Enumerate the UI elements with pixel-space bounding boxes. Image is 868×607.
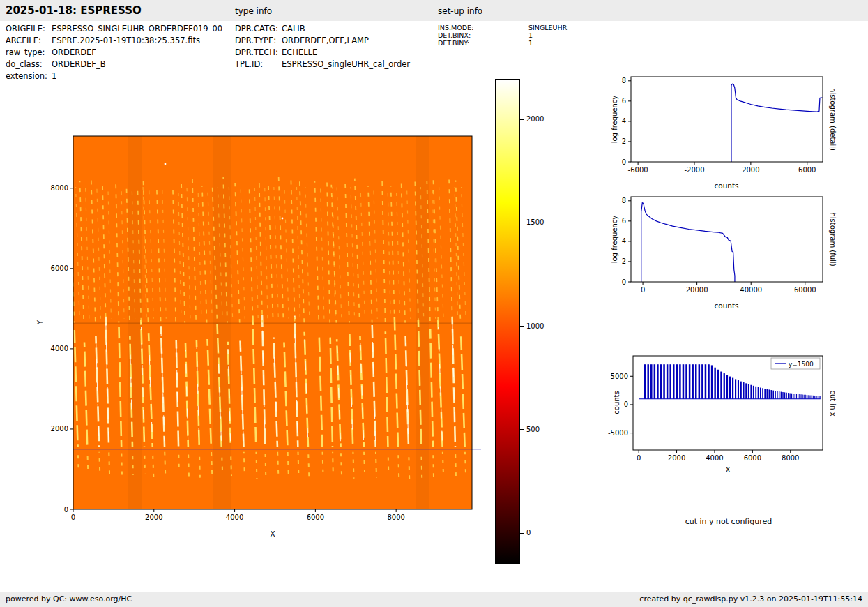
svg-text:4000: 4000	[51, 345, 68, 352]
svg-text:-5000: -5000	[608, 429, 628, 437]
svg-text:2000: 2000	[145, 514, 162, 521]
svg-text:60000: 60000	[794, 286, 816, 294]
type-info-value: ESPRESSO_singleUHR_cal_order	[282, 59, 410, 69]
svg-text:6000: 6000	[51, 264, 68, 272]
svg-text:2: 2	[622, 137, 626, 145]
svg-text:8: 8	[622, 197, 626, 204]
histogram-curve	[731, 84, 823, 162]
colorbar-tick-mark	[520, 119, 524, 120]
setup-info-heading: set-up info	[438, 6, 482, 16]
svg-text:8: 8	[622, 77, 626, 84]
svg-text:6: 6	[622, 217, 626, 225]
main-xaxis-label: X	[270, 530, 275, 538]
type-info-value: ORDERDEF,OFF,LAMP	[282, 36, 369, 45]
svg-text:0: 0	[637, 454, 641, 462]
setup-info-value: 1	[528, 31, 533, 39]
type-info-heading: type info	[235, 6, 272, 16]
svg-text:y=1500: y=1500	[789, 361, 814, 368]
setup-info-value: 1	[528, 39, 533, 47]
svg-text:6000: 6000	[798, 166, 816, 174]
svg-text:0: 0	[622, 278, 626, 286]
hist-full-right-label: histogram (full)	[829, 212, 837, 266]
cut-in-x-plot: y=150002000400060008000-500005000	[602, 345, 860, 485]
page-title: 2025-01-18: ESPRESSO	[6, 4, 142, 17]
colorbar-tick-label: 500	[526, 426, 540, 433]
hist-full-ylabel: log frequency	[611, 216, 618, 264]
cut-in-y-note: cut in y not configured	[685, 517, 772, 526]
footer-left: powered by QC: www.eso.org/HC	[6, 594, 132, 604]
main-yaxis-label: Y	[36, 320, 44, 324]
legend: y=1500	[771, 358, 820, 369]
svg-text:8000: 8000	[387, 514, 404, 521]
svg-text:2000: 2000	[668, 454, 685, 462]
svg-text:40000: 40000	[740, 286, 762, 294]
colorbar-tick-label: 1500	[526, 218, 544, 226]
setup-info-label: INS.MODE:	[438, 24, 473, 31]
svg-text:0: 0	[624, 400, 628, 408]
svg-text:6000: 6000	[744, 454, 761, 462]
file-info-label: ARCFILE:	[6, 36, 41, 45]
svg-text:2000: 2000	[51, 425, 68, 433]
raw-image-plot: 0200040006000800002000400060008000	[33, 126, 494, 555]
cut-x-right-label: cut in x	[829, 390, 837, 416]
svg-text:20000: 20000	[686, 286, 708, 294]
colorbar-tick-label: 2000	[526, 115, 544, 123]
svg-text:-6000: -6000	[628, 166, 648, 174]
colorbar-tick-label: 0	[526, 529, 531, 537]
type-info-label: DPR.TECH:	[235, 47, 278, 57]
svg-text:0: 0	[64, 506, 68, 514]
histogram-curve	[641, 203, 735, 282]
svg-text:4000: 4000	[226, 514, 243, 521]
svg-text:4: 4	[622, 237, 626, 245]
file-info-value: ESPRE.2025-01-19T10:38:25.357.fits	[52, 36, 200, 45]
histogram-full-plot: 020000400006000002468	[600, 186, 858, 315]
svg-text:2: 2	[622, 257, 626, 265]
type-info-value: ECHELLE	[282, 47, 317, 57]
footer-bar: powered by QC: www.eso.org/HC created by…	[0, 592, 868, 607]
type-info-label: DPR.TYPE:	[235, 36, 276, 45]
svg-text:4: 4	[622, 117, 626, 125]
file-info-value: ORDERDEF	[52, 47, 96, 57]
svg-text:0: 0	[641, 286, 645, 294]
svg-text:0: 0	[622, 158, 626, 166]
colorbar	[495, 79, 520, 564]
file-info-label: raw_type:	[6, 47, 45, 57]
svg-text:6000: 6000	[307, 514, 324, 521]
hist-detail-right-label: histogram (detail)	[829, 88, 837, 151]
svg-text:-2000: -2000	[684, 166, 704, 174]
type-info-label: DPR.CATG:	[235, 24, 278, 33]
cut-x-xlabel: X	[725, 465, 730, 474]
setup-info-label: DET.BINX:	[438, 31, 471, 39]
svg-text:6: 6	[622, 97, 626, 105]
svg-text:8000: 8000	[782, 454, 799, 462]
colorbar-tick-label: 1000	[526, 322, 544, 330]
file-info-label: do_class:	[6, 59, 43, 69]
file-info-value: ESPRESSO_SINGLEUHR_ORDERDEF019_00	[52, 24, 222, 33]
footer-right: created by qc_rawdisp.py v1.2.3 on 2025-…	[639, 594, 862, 604]
svg-text:8000: 8000	[51, 184, 68, 192]
file-info-value: ORDERDEF_B	[52, 59, 106, 69]
setup-info-label: DET.BINY:	[438, 39, 469, 47]
type-info-label: TPL.ID:	[235, 59, 263, 69]
header-bar: 2025-01-18: ESPRESSO type info set-up in…	[0, 0, 868, 21]
histogram-detail-plot: -6000-20002000600002468	[600, 66, 858, 195]
file-info-value: 1	[52, 71, 56, 81]
hist-full-xlabel: counts	[714, 301, 738, 310]
svg-text:4000: 4000	[706, 454, 723, 462]
file-info-label: ORIGFILE:	[6, 24, 45, 33]
hist-detail-ylabel: log frequency	[611, 96, 618, 144]
svg-text:2000: 2000	[742, 166, 759, 174]
colorbar-tick-mark	[520, 326, 524, 327]
cut-x-ylabel: counts	[613, 391, 620, 414]
svg-text:5000: 5000	[611, 373, 628, 380]
colorbar-tick-mark	[520, 429, 524, 430]
colorbar-tick-mark	[520, 533, 524, 534]
setup-info-value: SINGLEUHR	[528, 24, 567, 31]
file-info-label: extension:	[6, 71, 47, 81]
colorbar-tick-mark	[520, 223, 524, 223]
type-info-value: CALIB	[282, 24, 305, 33]
svg-text:0: 0	[71, 514, 75, 521]
qc-report-page: 2025-01-18: ESPRESSO type info set-up in…	[0, 0, 868, 607]
